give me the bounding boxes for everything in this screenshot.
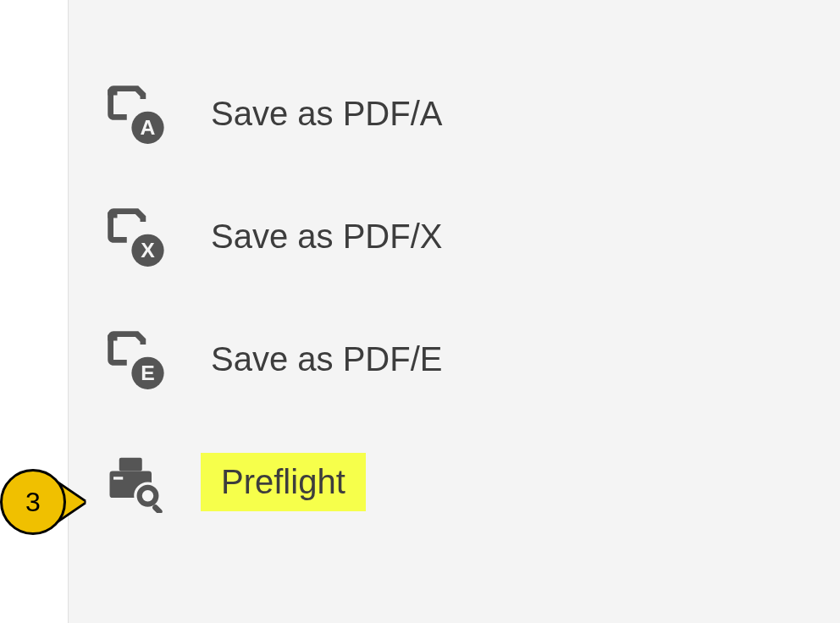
step-annotation: 3 — [0, 469, 85, 535]
save-pdf-x-icon: X — [102, 203, 170, 271]
step-number: 3 — [25, 487, 41, 518]
menu-item-label: Preflight — [201, 453, 366, 511]
svg-rect-11 — [113, 477, 123, 479]
tools-panel: A Save as PDF/A X Save as PDF/X — [68, 0, 840, 623]
save-pdf-a-icon: A — [102, 80, 170, 148]
svg-text:A: A — [141, 115, 156, 138]
menu-item-preflight[interactable]: Preflight — [69, 421, 840, 543]
svg-text:X: X — [141, 238, 155, 261]
menu-item-save-pdf-a[interactable]: A Save as PDF/A — [69, 52, 840, 175]
save-pdf-e-icon: E — [102, 326, 170, 394]
step-number-badge: 3 — [0, 469, 66, 535]
menu-item-label: Save as PDF/X — [201, 212, 452, 261]
svg-rect-3 — [108, 212, 117, 218]
menu-item-label: Save as PDF/E — [201, 335, 452, 383]
svg-rect-6 — [108, 334, 117, 340]
svg-point-13 — [142, 490, 154, 502]
preflight-icon — [102, 449, 170, 516]
menu-item-label: Save as PDF/A — [201, 90, 452, 138]
menu-item-save-pdf-x[interactable]: X Save as PDF/X — [69, 175, 840, 298]
menu-item-save-pdf-e[interactable]: E Save as PDF/E — [69, 298, 840, 421]
svg-rect-0 — [108, 89, 117, 95]
svg-text:E: E — [141, 361, 155, 383]
svg-rect-10 — [119, 457, 142, 471]
